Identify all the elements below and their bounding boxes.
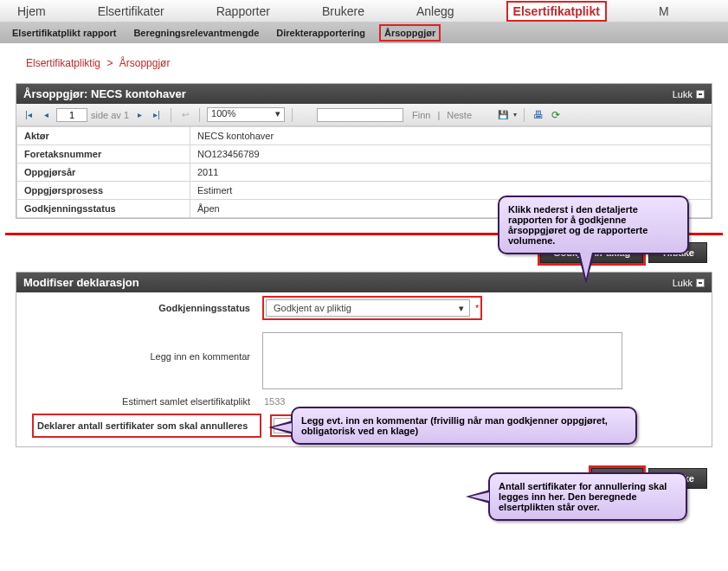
- zoom-select[interactable]: 100%: [207, 107, 285, 122]
- breadcrumb-b[interactable]: Årsoppgjør: [119, 57, 171, 69]
- callout-declare: Antall sertifikater for annullering skal…: [488, 472, 687, 521]
- label-declare: Deklarer antall sertifikater som skal an…: [32, 414, 261, 438]
- find-input[interactable]: [317, 108, 403, 122]
- last-page-icon[interactable]: ▸|: [150, 108, 164, 122]
- k-prosess: Oppgjørsprosess: [17, 182, 190, 200]
- estimated-value: 1533: [262, 396, 285, 407]
- nav-hjem[interactable]: Hjem: [17, 4, 46, 18]
- subnav-arsoppgjor[interactable]: Årsoppgjør: [379, 24, 441, 42]
- subnav-beregning[interactable]: Beregningsrelevantmengde: [130, 26, 262, 40]
- callout-approve: Klikk nederst i den detaljerte rapporten…: [498, 196, 689, 254]
- nav-rapporter[interactable]: Rapporter: [216, 4, 270, 18]
- save-menu-icon[interactable]: ▾: [513, 111, 517, 119]
- nav-elsertifikatplikt[interactable]: Elsertifikatplikt: [506, 1, 607, 22]
- prev-page-icon[interactable]: ◂: [39, 108, 53, 122]
- collapse-icon: [696, 90, 705, 99]
- report-toolbar: |◂ ◂ side av 1 ▸ ▸| ↩ 100% Finn | Neste …: [16, 104, 712, 126]
- row-ar: Oppgjørsår2011: [17, 164, 712, 182]
- callout-comment-text: Legg evt. inn en kommentar (frivillig nå…: [301, 415, 608, 436]
- k-ar: Oppgjørsår: [17, 164, 190, 182]
- k-aktor: Aktør: [17, 127, 190, 145]
- page-of-label: side av 1: [91, 110, 129, 120]
- page-number-input[interactable]: [56, 108, 87, 122]
- v-aktor: NECS kontohaver: [190, 127, 712, 145]
- callout-approve-text: Klikk nederst i den detaljerte rapporten…: [508, 204, 647, 246]
- row-comment: Legg inn en kommentar: [16, 324, 712, 393]
- refresh-icon[interactable]: ⟳: [549, 108, 563, 122]
- label-status: Godkjenningsstatus: [16, 303, 262, 313]
- panel2-title: Modifiser deklarasjon: [23, 276, 139, 289]
- row-foretak: ForetaksnummerNO123456789: [17, 145, 712, 164]
- status-required-marker: *: [475, 303, 479, 313]
- status-dropdown-value: Godkjent av pliktig: [274, 303, 351, 313]
- panel1-lukk[interactable]: Lukk: [673, 89, 705, 99]
- collapse-icon: [696, 279, 705, 287]
- callout-comment: Legg evt. inn en kommentar (frivillig nå…: [291, 407, 637, 445]
- breadcrumb-a[interactable]: Elsertifikatpliktig: [26, 57, 100, 69]
- find-sep: |: [437, 110, 440, 120]
- nav-anlegg[interactable]: Anlegg: [416, 4, 454, 18]
- v-ar: 2011: [190, 164, 712, 182]
- callout-declare-text: Antall sertifikater for annullering skal…: [499, 481, 667, 512]
- panel1-title: Årsoppgjør: NECS kontohaver: [23, 87, 186, 100]
- v-foretak: NO123456789: [190, 145, 712, 164]
- panel1-lukk-label: Lukk: [673, 89, 693, 99]
- panel2-header: Modifiser deklarasjon Lukk: [16, 273, 712, 292]
- first-page-icon[interactable]: |◂: [22, 108, 35, 122]
- find-next[interactable]: Neste: [447, 110, 472, 120]
- comment-textarea[interactable]: [262, 332, 622, 389]
- nav-more[interactable]: M: [659, 4, 669, 18]
- status-dropdown[interactable]: Godkjent av pliktig: [266, 299, 470, 317]
- zoom-value: 100%: [211, 108, 235, 119]
- k-foretak: Foretaksnummer: [17, 145, 190, 164]
- next-page-icon[interactable]: ▸: [132, 108, 146, 122]
- row-godkjenning: Godkjenningsstatus Godkjent av pliktig *: [16, 292, 712, 324]
- breadcrumb-sep: >: [106, 57, 113, 69]
- nav-brukere[interactable]: Brukere: [322, 4, 364, 18]
- top-nav: Hjem Elsertifikater Rapporter Brukere An…: [0, 0, 728, 22]
- panel2-lukk-label: Lukk: [673, 278, 693, 288]
- save-icon[interactable]: 💾: [496, 108, 510, 122]
- subnav-direkte[interactable]: Direkterapportering: [273, 26, 369, 40]
- sub-nav: Elsertifikatplikt rapport Beregningsrele…: [0, 22, 728, 43]
- print-icon[interactable]: 🖶: [532, 108, 545, 122]
- back-nav-icon[interactable]: ↩: [178, 108, 192, 122]
- find-label[interactable]: Finn: [412, 110, 430, 120]
- subnav-rapport[interactable]: Elsertifikatplikt rapport: [9, 26, 119, 40]
- nav-elsertifikater[interactable]: Elsertifikater: [98, 4, 164, 18]
- label-estimated: Estimert samlet elsertifikatplikt: [16, 396, 262, 407]
- breadcrumb: Elsertifikatpliktig > Årsoppgjør: [0, 43, 728, 83]
- row-aktor: AktørNECS kontohaver: [17, 127, 712, 145]
- panel1-header: Årsoppgjør: NECS kontohaver Lukk: [16, 84, 712, 104]
- label-comment: Legg inn en kommentar: [16, 332, 262, 362]
- k-status: Godkjenningsstatus: [17, 200, 190, 218]
- panel2-lukk[interactable]: Lukk: [673, 278, 705, 288]
